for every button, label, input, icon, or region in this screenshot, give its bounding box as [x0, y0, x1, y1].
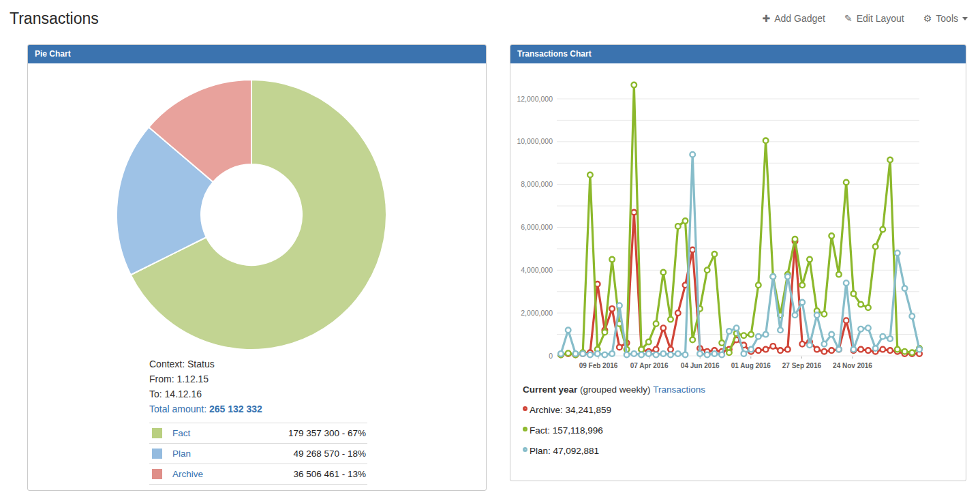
data-point-fact[interactable]: [712, 252, 718, 257]
data-point-archive[interactable]: [887, 348, 893, 353]
data-point-fact[interactable]: [748, 332, 754, 337]
data-point-archive[interactable]: [785, 347, 791, 352]
data-point-fact[interactable]: [866, 305, 871, 311]
data-point-fact[interactable]: [793, 237, 798, 242]
data-point-archive[interactable]: [756, 348, 761, 353]
data-point-plan[interactable]: [851, 347, 857, 352]
data-point-fact[interactable]: [741, 333, 747, 338]
data-point-fact[interactable]: [851, 291, 857, 297]
data-point-plan[interactable]: [836, 347, 842, 352]
data-point-plan[interactable]: [910, 314, 915, 319]
data-point-plan[interactable]: [741, 351, 747, 356]
data-point-archive[interactable]: [858, 347, 863, 352]
data-point-plan[interactable]: [697, 351, 703, 356]
data-point-plan[interactable]: [726, 329, 732, 334]
pie-legend-label[interactable]: Fact: [172, 428, 288, 438]
data-point-fact[interactable]: [881, 227, 886, 232]
data-point-archive[interactable]: [866, 348, 871, 353]
data-point-fact[interactable]: [639, 347, 644, 352]
data-point-plan[interactable]: [617, 303, 622, 308]
data-point-archive[interactable]: [778, 348, 783, 353]
data-point-plan[interactable]: [734, 325, 739, 331]
data-point-archive[interactable]: [617, 345, 622, 350]
data-point-plan[interactable]: [580, 351, 585, 356]
data-point-fact[interactable]: [705, 268, 710, 273]
data-point-fact[interactable]: [807, 257, 812, 262]
data-point-fact[interactable]: [799, 283, 805, 288]
data-point-plan[interactable]: [778, 328, 783, 333]
data-point-plan[interactable]: [902, 286, 908, 291]
data-point-fact[interactable]: [690, 337, 695, 343]
data-point-plan[interactable]: [587, 352, 593, 358]
data-point-plan[interactable]: [719, 352, 724, 358]
data-point-fact[interactable]: [763, 138, 769, 144]
data-point-fact[interactable]: [587, 172, 593, 178]
data-point-archive[interactable]: [844, 318, 849, 323]
tx-gadget-header[interactable]: Transactions Chart: [510, 45, 966, 63]
data-point-fact[interactable]: [609, 257, 615, 262]
data-point-fact[interactable]: [646, 339, 652, 345]
data-point-fact[interactable]: [654, 321, 659, 327]
data-point-plan[interactable]: [675, 351, 681, 356]
data-point-plan[interactable]: [646, 351, 652, 356]
tools-menu-button[interactable]: ⚙ Tools: [923, 13, 968, 24]
data-point-fact[interactable]: [566, 350, 571, 356]
transactions-link[interactable]: Transactions: [653, 384, 705, 395]
data-point-plan[interactable]: [624, 352, 630, 358]
data-point-plan[interactable]: [756, 334, 761, 339]
data-point-fact[interactable]: [602, 330, 608, 335]
data-point-archive[interactable]: [661, 325, 667, 331]
data-point-fact[interactable]: [632, 82, 637, 88]
data-point-plan[interactable]: [844, 280, 849, 286]
data-point-archive[interactable]: [814, 347, 820, 352]
pie-gadget-header[interactable]: Pie Chart: [28, 45, 486, 63]
data-point-fact[interactable]: [668, 317, 673, 322]
data-point-plan[interactable]: [793, 313, 798, 318]
data-point-fact[interactable]: [873, 244, 878, 249]
data-point-fact[interactable]: [829, 233, 834, 239]
data-point-plan[interactable]: [595, 351, 600, 356]
data-point-archive[interactable]: [771, 344, 776, 349]
data-point-plan[interactable]: [748, 347, 754, 352]
data-point-fact[interactable]: [675, 224, 681, 229]
data-point-fact[interactable]: [683, 218, 688, 224]
data-point-plan[interactable]: [639, 352, 644, 358]
data-point-plan[interactable]: [558, 351, 564, 356]
data-point-plan[interactable]: [814, 313, 820, 318]
data-point-plan[interactable]: [566, 328, 571, 333]
data-point-fact[interactable]: [844, 180, 849, 185]
data-point-fact[interactable]: [902, 349, 908, 354]
data-point-plan[interactable]: [807, 343, 812, 348]
data-point-fact[interactable]: [661, 270, 667, 275]
data-point-archive[interactable]: [763, 347, 769, 352]
data-point-plan[interactable]: [822, 341, 827, 347]
data-point-plan[interactable]: [799, 300, 805, 305]
data-point-plan[interactable]: [763, 332, 769, 337]
data-point-plan[interactable]: [785, 274, 791, 279]
data-point-fact[interactable]: [719, 340, 724, 346]
data-point-plan[interactable]: [712, 351, 718, 356]
data-point-plan[interactable]: [609, 351, 615, 356]
data-point-fact[interactable]: [858, 302, 863, 307]
data-point-archive[interactable]: [829, 348, 834, 353]
data-point-plan[interactable]: [887, 336, 893, 341]
data-point-archive[interactable]: [799, 341, 805, 347]
data-point-plan[interactable]: [917, 347, 922, 352]
data-point-fact[interactable]: [756, 283, 761, 288]
data-point-plan[interactable]: [668, 352, 673, 358]
edit-layout-button[interactable]: ✎ Edit Layout: [844, 13, 904, 24]
data-point-plan[interactable]: [858, 327, 863, 332]
data-point-archive[interactable]: [675, 310, 681, 316]
data-point-plan[interactable]: [873, 346, 878, 351]
data-point-archive[interactable]: [632, 210, 637, 215]
data-point-archive[interactable]: [609, 306, 615, 312]
data-point-fact[interactable]: [887, 157, 893, 163]
pie-legend-label[interactable]: Archive: [172, 469, 293, 479]
data-point-plan[interactable]: [881, 334, 886, 339]
data-point-plan[interactable]: [771, 274, 776, 279]
data-point-fact[interactable]: [822, 312, 827, 317]
data-point-plan[interactable]: [683, 352, 688, 358]
data-point-plan[interactable]: [632, 351, 637, 356]
data-point-plan[interactable]: [690, 152, 695, 157]
pie-chart[interactable]: [28, 63, 486, 356]
